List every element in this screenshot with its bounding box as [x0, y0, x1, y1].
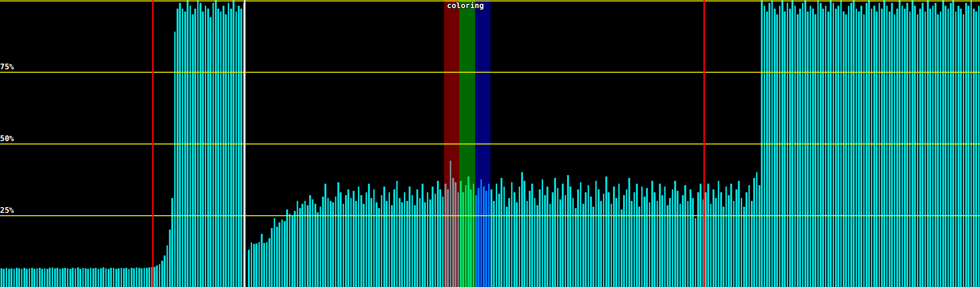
tick-label-25: 25%: [0, 206, 14, 214]
marker-lines-layer: [0, 0, 980, 287]
red-marker-line: [703, 0, 705, 287]
red-marker-line: [152, 0, 154, 287]
tick-label-75: 75%: [0, 63, 14, 71]
white-marker-line: [244, 0, 245, 287]
coloring-region-label: coloring: [447, 1, 484, 10]
usage-histogram-panel: 75% 50% 25% coloring: [0, 0, 980, 287]
tick-label-50: 50%: [0, 134, 14, 143]
